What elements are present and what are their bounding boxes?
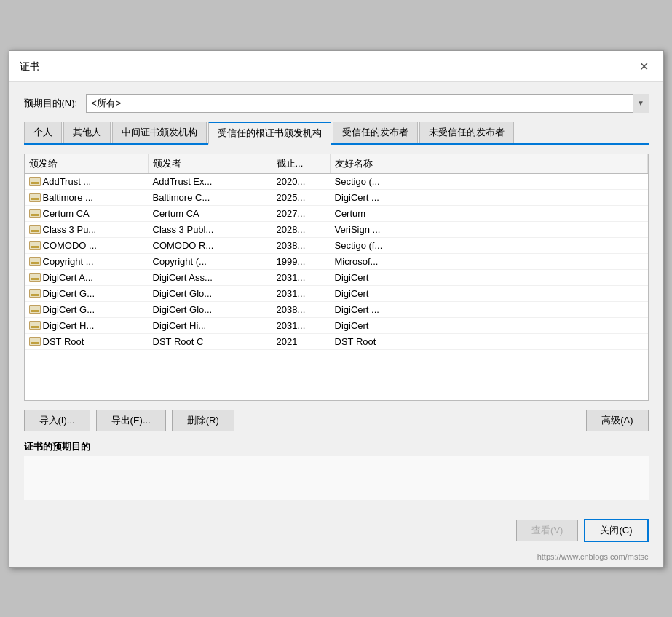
cert-friendly: Sectigo (f... bbox=[331, 238, 648, 253]
table-row[interactable]: COMODO ... COMODO R... 2038... Sectigo (… bbox=[25, 238, 648, 254]
certificate-dialog: 证书 ✕ 预期目的(N): <所有> ▼ 个人 其他人 中间证书颁发机构 受信 bbox=[9, 50, 664, 568]
dialog-title: 证书 bbox=[20, 60, 40, 73]
table-row[interactable]: AddTrust ... AddTrust Ex... 2020... Sect… bbox=[25, 174, 648, 190]
purpose-section: 证书的预期目的 bbox=[24, 440, 649, 500]
table-row[interactable]: Baltimore ... Baltimore C... 2025... Dig… bbox=[25, 190, 648, 206]
purpose-row: 预期目的(N): <所有> ▼ bbox=[24, 94, 649, 113]
advanced-button[interactable]: 高级(A) bbox=[586, 410, 648, 431]
export-button[interactable]: 导出(E)... bbox=[96, 410, 166, 431]
col-header-issued-to[interactable]: 颁发给 bbox=[25, 154, 149, 173]
cert-issued-by: Certum CA bbox=[149, 206, 272, 221]
cert-friendly: DigiCert ... bbox=[331, 302, 648, 317]
cert-issued-to: Baltimore ... bbox=[25, 190, 149, 205]
col-header-expires[interactable]: 截止... bbox=[272, 154, 331, 173]
purpose-label: 预期目的(N): bbox=[24, 97, 78, 110]
cert-issued-by: COMODO R... bbox=[149, 238, 272, 253]
certificate-icon bbox=[29, 193, 41, 202]
certificate-icon bbox=[29, 241, 41, 250]
cert-issued-to: DigiCert G... bbox=[25, 302, 149, 317]
table-row[interactable]: DST Root DST Root C 2021 DST Root bbox=[25, 334, 648, 350]
certificate-icon bbox=[29, 305, 41, 314]
certificate-icon bbox=[29, 177, 41, 186]
cert-friendly: Microsof... bbox=[331, 254, 648, 269]
certificate-icon bbox=[29, 289, 41, 298]
cert-friendly: DST Root bbox=[331, 334, 648, 349]
action-buttons: 导入(I)... 导出(E)... 删除(R) 高级(A) bbox=[24, 410, 649, 431]
cert-issued-to: Certum CA bbox=[25, 206, 149, 221]
cert-expires: 2025... bbox=[272, 190, 331, 205]
tab-trusted-root[interactable]: 受信任的根证书颁发机构 bbox=[208, 122, 331, 145]
cert-friendly: Sectigo (... bbox=[331, 174, 648, 189]
cert-expires: 2031... bbox=[272, 286, 331, 301]
cert-issued-to: DST Root bbox=[25, 334, 149, 349]
cert-issued-by: Copyright (... bbox=[149, 254, 272, 269]
table-header: 颁发给 颁发者 截止... 友好名称 bbox=[25, 154, 648, 174]
certificate-icon bbox=[29, 273, 41, 282]
table-row[interactable]: Class 3 Pu... Class 3 Publ... 2028... Ve… bbox=[25, 222, 648, 238]
cert-expires: 2021 bbox=[272, 334, 331, 349]
cert-issued-to: AddTrust ... bbox=[25, 174, 149, 189]
certificate-icon bbox=[29, 209, 41, 218]
cert-friendly: DigiCert bbox=[331, 318, 648, 333]
table-row[interactable]: DigiCert G... DigiCert Glo... 2038... Di… bbox=[25, 302, 648, 318]
purpose-section-label: 证书的预期目的 bbox=[24, 440, 649, 453]
cert-issued-by: DigiCert Hi... bbox=[149, 318, 272, 333]
cert-friendly: DigiCert bbox=[331, 286, 648, 301]
bottom-buttons: 查看(V) 关闭(C) bbox=[9, 511, 663, 552]
tab-trusted-publishers[interactable]: 受信任的发布者 bbox=[333, 122, 418, 143]
tab-others[interactable]: 其他人 bbox=[63, 122, 111, 143]
title-bar: 证书 ✕ bbox=[9, 51, 663, 82]
cert-friendly: DigiCert ... bbox=[331, 190, 648, 205]
cert-issued-to: DigiCert G... bbox=[25, 286, 149, 301]
table-row[interactable]: DigiCert G... DigiCert Glo... 2031... Di… bbox=[25, 286, 648, 302]
cert-friendly: Certum bbox=[331, 206, 648, 221]
cert-issued-to: Copyright ... bbox=[25, 254, 149, 269]
cert-issued-to: DigiCert H... bbox=[25, 318, 149, 333]
cert-issued-by: DigiCert Ass... bbox=[149, 270, 272, 285]
cert-expires: 2028... bbox=[272, 222, 331, 237]
cert-issued-by: Class 3 Publ... bbox=[149, 222, 272, 237]
cert-issued-to: COMODO ... bbox=[25, 238, 149, 253]
dialog-body: 预期目的(N): <所有> ▼ 个人 其他人 中间证书颁发机构 受信任的根证书颁… bbox=[9, 82, 663, 511]
purpose-select-wrapper: <所有> ▼ bbox=[86, 94, 648, 113]
purpose-select[interactable]: <所有> bbox=[86, 94, 648, 113]
tab-untrusted[interactable]: 未受信任的发布者 bbox=[419, 122, 514, 143]
view-button[interactable]: 查看(V) bbox=[516, 520, 578, 541]
cert-expires: 2038... bbox=[272, 302, 331, 317]
cert-issued-to: DigiCert A... bbox=[25, 270, 149, 285]
cert-expires: 2031... bbox=[272, 270, 331, 285]
cert-issued-by: DST Root C bbox=[149, 334, 272, 349]
cert-issued-by: DigiCert Glo... bbox=[149, 286, 272, 301]
certificate-icon bbox=[29, 257, 41, 266]
table-row[interactable]: Certum CA Certum CA 2027... Certum bbox=[25, 206, 648, 222]
certificate-icon bbox=[29, 225, 41, 234]
col-header-friendly[interactable]: 友好名称 bbox=[331, 154, 648, 173]
table-row[interactable]: DigiCert H... DigiCert Hi... 2031... Dig… bbox=[25, 318, 648, 334]
close-button[interactable]: 关闭(C) bbox=[584, 519, 648, 542]
table-row[interactable]: DigiCert A... DigiCert Ass... 2031... Di… bbox=[25, 270, 648, 286]
cert-friendly: VeriSign ... bbox=[331, 222, 648, 237]
cert-expires: 2038... bbox=[272, 238, 331, 253]
cert-expires: 2031... bbox=[272, 318, 331, 333]
table-body[interactable]: AddTrust ... AddTrust Ex... 2020... Sect… bbox=[25, 174, 648, 400]
cert-issued-to: Class 3 Pu... bbox=[25, 222, 149, 237]
close-icon[interactable]: ✕ bbox=[636, 58, 653, 76]
certificate-icon bbox=[29, 337, 41, 346]
cert-expires: 2027... bbox=[272, 206, 331, 221]
tab-personal[interactable]: 个人 bbox=[24, 122, 62, 143]
remove-button[interactable]: 删除(R) bbox=[172, 410, 234, 431]
certificate-icon bbox=[29, 321, 41, 330]
tabs-container: 个人 其他人 中间证书颁发机构 受信任的根证书颁发机构 受信任的发布者 未受信任… bbox=[24, 122, 649, 145]
watermark: https://www.cnblogs.com/mstsc bbox=[9, 552, 663, 567]
table-row[interactable]: Copyright ... Copyright (... 1999... Mic… bbox=[25, 254, 648, 270]
certificate-table: 颁发给 颁发者 截止... 友好名称 AddTrust ... AddTrust… bbox=[24, 154, 649, 401]
purpose-section-body bbox=[24, 456, 649, 500]
col-header-issued-by[interactable]: 颁发者 bbox=[149, 154, 272, 173]
tab-intermediate[interactable]: 中间证书颁发机构 bbox=[112, 122, 207, 143]
cert-friendly: DigiCert bbox=[331, 270, 648, 285]
cert-issued-by: AddTrust Ex... bbox=[149, 174, 272, 189]
cert-issued-by: DigiCert Glo... bbox=[149, 302, 272, 317]
cert-expires: 2020... bbox=[272, 174, 331, 189]
cert-expires: 1999... bbox=[272, 254, 331, 269]
import-button[interactable]: 导入(I)... bbox=[24, 410, 90, 431]
